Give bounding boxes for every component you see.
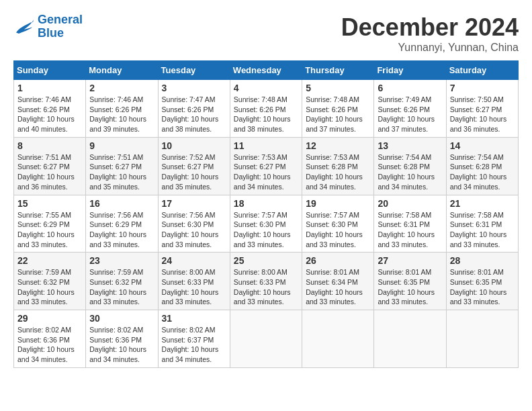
day-info: Sunrise: 7:59 AM Sunset: 6:32 PM Dayligh… xyxy=(17,267,82,307)
day-info: Sunrise: 7:58 AM Sunset: 6:31 PM Dayligh… xyxy=(450,210,515,250)
day-number: 24 xyxy=(162,255,226,266)
calendar-cell: 7 Sunrise: 7:50 AM Sunset: 6:27 PM Dayli… xyxy=(446,80,518,138)
calendar-cell: 8 Sunrise: 7:51 AM Sunset: 6:27 PM Dayli… xyxy=(14,137,86,195)
day-info: Sunrise: 7:57 AM Sunset: 6:30 PM Dayligh… xyxy=(306,210,370,250)
day-number: 13 xyxy=(378,140,442,151)
day-info: Sunrise: 7:55 AM Sunset: 6:29 PM Dayligh… xyxy=(17,210,82,250)
day-number: 18 xyxy=(234,198,298,209)
day-info: Sunrise: 7:53 AM Sunset: 6:28 PM Dayligh… xyxy=(306,152,370,192)
day-info: Sunrise: 7:56 AM Sunset: 6:29 PM Dayligh… xyxy=(89,210,154,250)
day-info: Sunrise: 8:01 AM Sunset: 6:35 PM Dayligh… xyxy=(378,267,442,307)
calendar-table: SundayMondayTuesdayWednesdayThursdayFrid… xyxy=(13,60,519,368)
calendar-cell: 15 Sunrise: 7:55 AM Sunset: 6:29 PM Dayl… xyxy=(14,195,86,253)
title-section: December 2024 Yunnanyi, Yunnan, China xyxy=(341,13,519,54)
day-info: Sunrise: 7:56 AM Sunset: 6:30 PM Dayligh… xyxy=(162,210,226,250)
day-number: 26 xyxy=(306,255,370,266)
calendar-cell: 14 Sunrise: 7:54 AM Sunset: 6:28 PM Dayl… xyxy=(446,137,518,195)
day-info: Sunrise: 7:57 AM Sunset: 6:30 PM Dayligh… xyxy=(234,210,298,250)
calendar-cell: 22 Sunrise: 7:59 AM Sunset: 6:32 PM Dayl… xyxy=(14,253,86,310)
day-header-friday: Friday xyxy=(374,61,446,80)
day-number: 2 xyxy=(89,83,154,93)
day-number: 29 xyxy=(17,313,82,324)
calendar-cell: 18 Sunrise: 7:57 AM Sunset: 6:30 PM Dayl… xyxy=(230,195,302,253)
day-info: Sunrise: 7:53 AM Sunset: 6:27 PM Dayligh… xyxy=(234,152,298,192)
day-number: 12 xyxy=(306,140,370,151)
day-info: Sunrise: 7:59 AM Sunset: 6:32 PM Dayligh… xyxy=(89,267,154,307)
day-info: Sunrise: 7:47 AM Sunset: 6:26 PM Dayligh… xyxy=(162,95,226,134)
calendar-cell: 31 Sunrise: 8:02 AM Sunset: 6:37 PM Dayl… xyxy=(158,310,230,368)
day-header-wednesday: Wednesday xyxy=(230,61,302,80)
page-header: General Blue December 2024 Yunnanyi, Yun… xyxy=(13,13,519,54)
logo-blue: Blue xyxy=(38,26,64,40)
day-number: 16 xyxy=(89,198,154,209)
day-header-tuesday: Tuesday xyxy=(158,61,230,80)
day-info: Sunrise: 8:01 AM Sunset: 6:34 PM Dayligh… xyxy=(306,267,370,307)
day-header-saturday: Saturday xyxy=(446,61,518,80)
day-info: Sunrise: 7:49 AM Sunset: 6:26 PM Dayligh… xyxy=(378,95,442,134)
calendar-cell xyxy=(374,310,446,368)
day-info: Sunrise: 7:46 AM Sunset: 6:26 PM Dayligh… xyxy=(89,95,154,134)
day-header-thursday: Thursday xyxy=(302,61,374,80)
calendar-cell: 5 Sunrise: 7:48 AM Sunset: 6:26 PM Dayli… xyxy=(302,80,374,138)
calendar-cell: 2 Sunrise: 7:46 AM Sunset: 6:26 PM Dayli… xyxy=(86,80,158,138)
day-number: 23 xyxy=(89,255,154,266)
calendar-cell: 10 Sunrise: 7:52 AM Sunset: 6:27 PM Dayl… xyxy=(158,137,230,195)
calendar-cell: 13 Sunrise: 7:54 AM Sunset: 6:28 PM Dayl… xyxy=(374,137,446,195)
day-number: 14 xyxy=(450,140,515,151)
day-number: 17 xyxy=(162,198,226,209)
day-info: Sunrise: 8:02 AM Sunset: 6:36 PM Dayligh… xyxy=(89,325,154,365)
calendar-cell: 23 Sunrise: 7:59 AM Sunset: 6:32 PM Dayl… xyxy=(86,253,158,310)
day-info: Sunrise: 8:02 AM Sunset: 6:37 PM Dayligh… xyxy=(162,325,226,365)
month-title: December 2024 xyxy=(341,13,519,42)
calendar-cell: 27 Sunrise: 8:01 AM Sunset: 6:35 PM Dayl… xyxy=(374,253,446,310)
day-info: Sunrise: 7:58 AM Sunset: 6:31 PM Dayligh… xyxy=(378,210,442,250)
calendar-cell: 16 Sunrise: 7:56 AM Sunset: 6:29 PM Dayl… xyxy=(86,195,158,253)
location: Yunnanyi, Yunnan, China xyxy=(341,42,519,54)
day-info: Sunrise: 7:48 AM Sunset: 6:26 PM Dayligh… xyxy=(234,95,298,134)
calendar-cell: 21 Sunrise: 7:58 AM Sunset: 6:31 PM Dayl… xyxy=(446,195,518,253)
day-number: 5 xyxy=(306,83,370,93)
day-number: 1 xyxy=(17,83,82,93)
day-number: 21 xyxy=(450,198,515,209)
day-header-sunday: Sunday xyxy=(14,61,86,80)
calendar-cell: 17 Sunrise: 7:56 AM Sunset: 6:30 PM Dayl… xyxy=(158,195,230,253)
calendar-cell: 19 Sunrise: 7:57 AM Sunset: 6:30 PM Dayl… xyxy=(302,195,374,253)
logo: General Blue xyxy=(13,13,83,40)
day-number: 27 xyxy=(378,255,442,266)
logo-icon xyxy=(13,17,35,36)
day-number: 19 xyxy=(306,198,370,209)
day-header-monday: Monday xyxy=(86,61,158,80)
calendar-cell: 11 Sunrise: 7:53 AM Sunset: 6:27 PM Dayl… xyxy=(230,137,302,195)
day-number: 25 xyxy=(234,255,298,266)
day-info: Sunrise: 7:52 AM Sunset: 6:27 PM Dayligh… xyxy=(162,152,226,192)
day-info: Sunrise: 7:51 AM Sunset: 6:27 PM Dayligh… xyxy=(89,152,154,192)
day-info: Sunrise: 7:54 AM Sunset: 6:28 PM Dayligh… xyxy=(450,152,515,192)
day-number: 11 xyxy=(234,140,298,151)
day-number: 6 xyxy=(378,83,442,93)
calendar-cell: 20 Sunrise: 7:58 AM Sunset: 6:31 PM Dayl… xyxy=(374,195,446,253)
day-number: 7 xyxy=(450,83,515,93)
calendar-cell: 4 Sunrise: 7:48 AM Sunset: 6:26 PM Dayli… xyxy=(230,80,302,138)
calendar-cell: 1 Sunrise: 7:46 AM Sunset: 6:26 PM Dayli… xyxy=(14,80,86,138)
calendar-cell: 24 Sunrise: 8:00 AM Sunset: 6:33 PM Dayl… xyxy=(158,253,230,310)
calendar-cell: 30 Sunrise: 8:02 AM Sunset: 6:36 PM Dayl… xyxy=(86,310,158,368)
day-info: Sunrise: 8:01 AM Sunset: 6:35 PM Dayligh… xyxy=(450,267,515,307)
calendar-cell: 3 Sunrise: 7:47 AM Sunset: 6:26 PM Dayli… xyxy=(158,80,230,138)
calendar-cell xyxy=(446,310,518,368)
day-info: Sunrise: 7:46 AM Sunset: 6:26 PM Dayligh… xyxy=(17,95,82,134)
day-info: Sunrise: 7:51 AM Sunset: 6:27 PM Dayligh… xyxy=(17,152,82,192)
day-number: 20 xyxy=(378,198,442,209)
calendar-cell xyxy=(302,310,374,368)
day-info: Sunrise: 8:00 AM Sunset: 6:33 PM Dayligh… xyxy=(162,267,226,307)
day-number: 31 xyxy=(162,313,226,324)
day-info: Sunrise: 7:48 AM Sunset: 6:26 PM Dayligh… xyxy=(306,95,370,134)
day-info: Sunrise: 7:50 AM Sunset: 6:27 PM Dayligh… xyxy=(450,95,515,134)
logo-general: General xyxy=(38,13,83,26)
day-number: 30 xyxy=(89,313,154,324)
calendar-cell xyxy=(230,310,302,368)
calendar-cell: 28 Sunrise: 8:01 AM Sunset: 6:35 PM Dayl… xyxy=(446,253,518,310)
calendar-cell: 9 Sunrise: 7:51 AM Sunset: 6:27 PM Dayli… xyxy=(86,137,158,195)
day-number: 10 xyxy=(162,140,226,151)
calendar-cell: 6 Sunrise: 7:49 AM Sunset: 6:26 PM Dayli… xyxy=(374,80,446,138)
calendar-cell: 25 Sunrise: 8:00 AM Sunset: 6:33 PM Dayl… xyxy=(230,253,302,310)
